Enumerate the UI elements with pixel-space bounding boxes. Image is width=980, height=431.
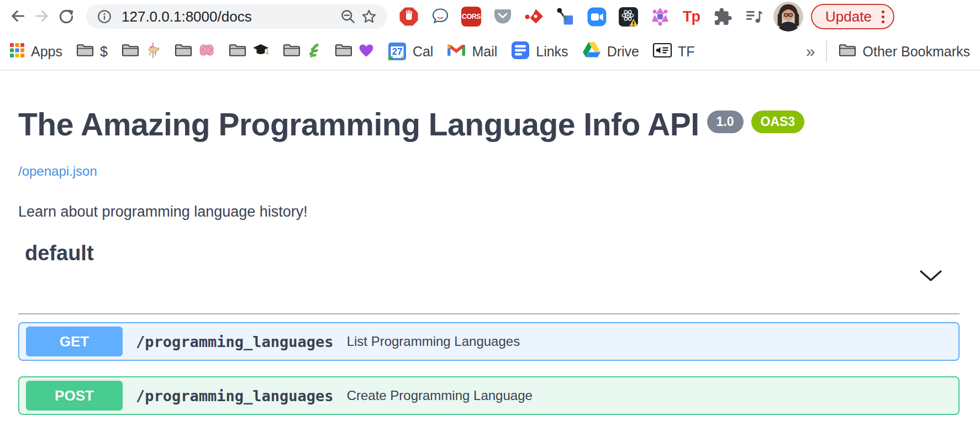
bookmark-label: Mail (472, 44, 497, 60)
tp-extension-icon[interactable]: Tp (681, 7, 702, 27)
pocket-icon[interactable] (492, 7, 513, 27)
google-drive-icon (582, 41, 602, 62)
calendar-day-number: 27 (387, 46, 407, 57)
reload-icon (57, 7, 75, 27)
back-button[interactable] (6, 4, 30, 29)
brain-icon (198, 43, 215, 60)
google-calendar-icon: 27 (387, 41, 407, 61)
folder-icon (76, 43, 94, 60)
folder-icon (174, 43, 193, 60)
swagger-docs-page: The Amazing Programming Language Info AP… (0, 106, 980, 415)
bookmark-label: Drive (607, 44, 639, 60)
bookmark-links[interactable]: Links (510, 40, 568, 62)
page-title: The Amazing Programming Language Info AP… (18, 106, 699, 143)
links-list-icon (510, 40, 530, 62)
version-badge: 1.0 (707, 111, 744, 133)
bookmark-label: TF (678, 44, 695, 60)
operation-path: /programming_languages (136, 387, 334, 404)
kebab-menu-icon (882, 10, 884, 23)
carousel-horse-icon (145, 42, 161, 61)
extension-icons: CORS Tp (398, 7, 765, 27)
bookmark-folder-graduation[interactable] (228, 43, 269, 60)
back-icon (9, 7, 27, 27)
folder-icon (282, 43, 301, 60)
chevron-down-icon[interactable] (919, 269, 943, 286)
site-info-icon[interactable] (94, 6, 115, 27)
bookmark-folder-dollar[interactable]: $ (76, 43, 108, 60)
section-header-default[interactable]: default (18, 241, 960, 314)
folder-icon (228, 43, 247, 60)
react-devtools-icon[interactable] (618, 7, 639, 27)
operation-summary: Create Programming Language (347, 388, 533, 403)
bookmark-drive[interactable]: Drive (582, 41, 639, 62)
openapi-spec-link[interactable]: /openapi.json (18, 164, 97, 179)
update-label: Update (825, 8, 872, 25)
graduation-cap-icon (252, 43, 269, 60)
apps-grid-icon (9, 42, 25, 61)
api-description: Learn about programming language history… (18, 203, 960, 220)
url-text[interactable]: 127.0.0.1:8000/docs (122, 8, 252, 25)
recycle-icon[interactable] (650, 7, 670, 27)
cors-label: CORS (462, 13, 481, 20)
colorzilla-eyedropper-icon[interactable] (555, 7, 576, 27)
bookmark-calendar[interactable]: 27 Cal (387, 41, 434, 61)
oas3-badge: OAS3 (751, 111, 805, 133)
red-diamond-icon[interactable] (524, 7, 544, 27)
operation-row-post[interactable]: POST /programming_languages Create Progr… (18, 376, 960, 415)
section-default: default GET /programming_languages List … (18, 241, 960, 415)
chat-bubble-icon[interactable] (430, 7, 450, 27)
bookmark-tf[interactable]: TF (652, 42, 695, 61)
purple-heart-icon (359, 43, 374, 60)
reload-button[interactable] (54, 4, 78, 29)
bookmark-label: Cal (413, 44, 434, 60)
tf-card-icon (652, 42, 672, 61)
bookmark-label: Apps (31, 44, 62, 60)
operation-path: /programming_languages (136, 333, 334, 350)
update-button[interactable]: Update (811, 4, 894, 29)
dollar-icon: $ (100, 44, 108, 60)
folder-icon (838, 43, 857, 60)
other-bookmarks[interactable]: Other Bookmarks (838, 43, 970, 60)
forward-button[interactable] (30, 4, 54, 29)
bookmark-label: Links (536, 44, 568, 60)
playlist-music-icon[interactable] (744, 7, 765, 27)
extensions-puzzle-icon[interactable] (713, 7, 733, 27)
tp-label: Tp (683, 8, 700, 25)
get-method-badge: GET (26, 327, 123, 356)
forward-icon (33, 7, 51, 27)
post-method-badge: POST (26, 381, 123, 411)
bookmark-folder-carousel[interactable] (121, 42, 161, 61)
bookmarks-bar: Apps $ 27 (0, 33, 980, 71)
operation-summary: List Programming Languages (347, 334, 520, 349)
herb-icon (307, 42, 321, 61)
folder-icon (121, 43, 140, 60)
zoom-video-icon[interactable] (587, 7, 607, 27)
section-title: default (25, 241, 94, 265)
bookmark-label: Other Bookmarks (862, 44, 970, 60)
bookmark-apps[interactable]: Apps (9, 42, 62, 61)
profile-avatar[interactable] (773, 2, 803, 31)
bookmarks-overflow-chevron[interactable]: » (806, 42, 815, 61)
cors-extension-icon[interactable]: CORS (461, 7, 481, 27)
folder-icon (334, 43, 353, 60)
bookmarks-divider (826, 40, 827, 62)
bookmarks-right-group: » Other Bookmarks (806, 40, 970, 62)
bookmark-mail[interactable]: Mail (446, 43, 497, 60)
bookmark-folder-heart[interactable] (334, 43, 374, 60)
bookmark-folder-herb[interactable] (282, 42, 321, 61)
bookmark-star-icon[interactable] (359, 6, 380, 27)
browser-window: 127.0.0.1:8000/docs CORS (0, 0, 980, 431)
gmail-icon (446, 43, 466, 60)
adblock-hand-icon[interactable] (398, 7, 419, 27)
operation-row-get[interactable]: GET /programming_languages List Programm… (18, 322, 960, 361)
zoom-out-icon[interactable] (338, 6, 359, 27)
address-bar[interactable]: 127.0.0.1:8000/docs (86, 4, 387, 29)
browser-toolbar: 127.0.0.1:8000/docs CORS (0, 0, 980, 33)
title-group: The Amazing Programming Language Info AP… (18, 106, 960, 143)
bookmark-folder-brain[interactable] (174, 43, 215, 60)
